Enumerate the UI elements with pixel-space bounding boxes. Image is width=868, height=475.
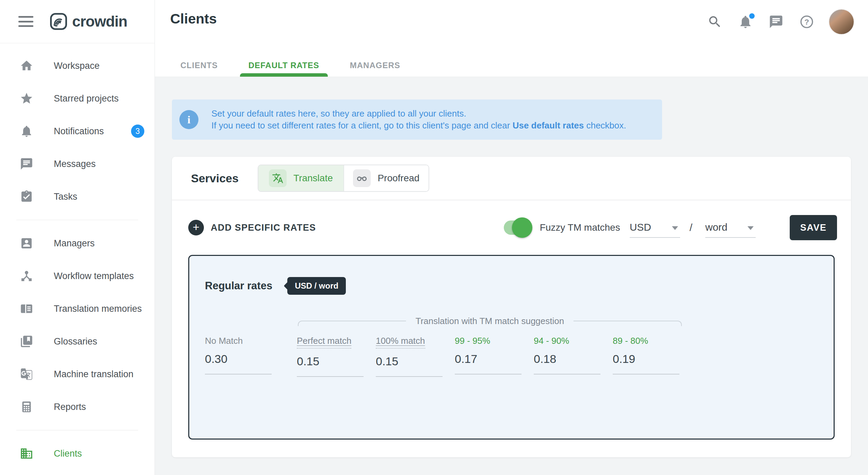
rate-label: Perfect match — [297, 336, 351, 349]
clients-icon — [20, 447, 33, 460]
rate-input-89-80[interactable] — [613, 352, 679, 374]
service-proofread-button[interactable]: Proofread — [343, 165, 429, 191]
service-label: Translate — [293, 173, 333, 184]
tasks-icon — [20, 190, 33, 203]
chevron-down-icon — [672, 226, 678, 230]
managers-icon — [20, 236, 33, 250]
search-icon[interactable] — [707, 14, 723, 30]
sidebar-item-label: Translation memories — [54, 304, 142, 314]
sidebar-item-tasks[interactable]: Tasks — [0, 180, 155, 213]
sidebar-item-label: Managers — [54, 238, 95, 249]
sidebar-item-managers[interactable]: Managers — [0, 227, 155, 260]
sidebar-item-label: Notifications — [54, 126, 104, 137]
rate-label: 89 - 80% — [613, 336, 648, 346]
tab-managers[interactable]: MANAGERS — [341, 54, 409, 77]
rates-toolbar: + ADD SPECIFIC RATES Fuzzy TM matches US… — [172, 200, 851, 255]
regular-rates-header: Regular rates USD / word — [205, 277, 834, 295]
unit-select[interactable]: word — [705, 217, 756, 238]
machine-translation-icon — [20, 367, 33, 381]
info-line-1: Set your default rates here, so they are… — [211, 108, 626, 120]
rate-column-100-match: 100% match — [376, 336, 455, 377]
regular-rates-panel: Regular rates USD / word Translation wit… — [188, 255, 835, 440]
regular-rates-title: Regular rates — [205, 280, 272, 292]
rate-input-100-match[interactable] — [376, 354, 443, 377]
rate-input-perfect-match[interactable] — [297, 354, 364, 377]
sidebar-item-label: Tasks — [54, 191, 77, 202]
proofread-glasses-icon — [353, 169, 371, 187]
sidebar-item-starred-projects[interactable]: Starred projects — [0, 82, 155, 115]
unit-value: word — [705, 221, 727, 233]
bell-icon — [20, 124, 33, 138]
notifications-bell-icon[interactable] — [737, 14, 754, 30]
currency-select[interactable]: USD — [630, 217, 680, 238]
fuzzy-tm-label: Fuzzy TM matches — [540, 222, 620, 233]
sidebar: crowdin Workspace Starred projects Notif… — [0, 0, 155, 475]
user-avatar[interactable] — [829, 9, 854, 35]
rate-input-99-95[interactable] — [455, 352, 521, 374]
add-specific-rates-label: ADD SPECIFIC RATES — [211, 223, 316, 233]
hamburger-menu-icon[interactable] — [18, 16, 33, 27]
rate-input-no-match[interactable] — [205, 352, 272, 374]
info-banner: i Set your default rates here, so they a… — [172, 99, 662, 140]
crowdin-logo[interactable]: crowdin — [49, 12, 127, 31]
info-line-2: If you need to set different rates for a… — [211, 120, 626, 132]
currency-value: USD — [630, 221, 651, 233]
topbar: Clients CLIENTS DEFAULT RATES MANAGERS ? — [155, 0, 868, 77]
sidebar-item-machine-translation[interactable]: Machine translation — [0, 358, 155, 390]
help-icon[interactable]: ? — [799, 14, 815, 30]
rate-column-99-95: 99 - 95% — [455, 336, 534, 377]
rate-column-89-80: 89 - 80% — [613, 336, 692, 377]
fuzzy-tm-toggle[interactable] — [504, 220, 531, 235]
service-translate-button[interactable]: Translate — [258, 165, 343, 191]
sidebar-item-clients[interactable]: Clients — [0, 437, 155, 470]
unread-notifications-dot — [748, 12, 756, 20]
default-rates-card: Services Translate Proofread — [172, 157, 851, 457]
rate-column-perfect-match: Perfect match — [297, 336, 376, 377]
rate-label: 94 - 90% — [534, 336, 569, 346]
rate-column-no-match: No Match — [205, 336, 297, 377]
info-icon: i — [179, 110, 198, 129]
sidebar-item-translation-memories[interactable]: Translation memories — [0, 292, 155, 325]
rate-label: 99 - 95% — [455, 336, 490, 346]
translation-memory-icon — [20, 302, 33, 316]
sidebar-item-workspace[interactable]: Workspace — [0, 49, 155, 82]
sidebar-item-label: Machine translation — [54, 369, 133, 380]
message-icon — [20, 157, 33, 171]
sidebar-item-reports[interactable]: Reports — [0, 390, 155, 423]
sidebar-item-notifications[interactable]: Notifications 3 — [0, 115, 155, 148]
rate-column-94-90: 94 - 90% — [534, 336, 613, 377]
translate-icon — [269, 169, 287, 187]
page-title: Clients — [170, 11, 217, 27]
save-button[interactable]: SAVE — [790, 215, 837, 240]
sidebar-item-label: Clients — [54, 448, 82, 459]
notifications-count-badge: 3 — [131, 125, 144, 138]
sidebar-item-messages[interactable]: Messages — [0, 148, 155, 180]
workflow-icon — [20, 269, 33, 283]
services-row: Services Translate Proofread — [172, 157, 851, 200]
chevron-down-icon — [748, 226, 754, 230]
tab-clients[interactable]: CLIENTS — [172, 54, 226, 77]
services-title: Services — [191, 172, 239, 185]
svg-text:?: ? — [804, 17, 809, 26]
service-label: Proofread — [377, 173, 419, 184]
crowdin-logo-text: crowdin — [72, 13, 127, 30]
crowdin-logo-icon — [49, 12, 68, 31]
messages-icon[interactable] — [768, 14, 784, 30]
tm-match-group-label: Translation with TM match suggestion — [406, 316, 574, 326]
topbar-icons: ? — [692, 9, 854, 35]
sidebar-item-workflow-templates[interactable]: Workflow templates — [0, 260, 155, 292]
rates-columns: No Match Perfect match 100% match 99 - 9… — [205, 336, 834, 377]
add-specific-rates-button[interactable]: + ADD SPECIFIC RATES — [188, 220, 316, 235]
tab-default-rates[interactable]: DEFAULT RATES — [240, 54, 328, 77]
rate-input-94-90[interactable] — [534, 352, 600, 374]
sidebar-item-label: Workflow templates — [54, 271, 134, 281]
sidebar-item-glossaries[interactable]: Glossaries — [0, 325, 155, 358]
info-line-2-bold: Use default rates — [513, 120, 584, 131]
sidebar-divider — [16, 430, 138, 430]
currency-unit-tag: USD / word — [287, 277, 346, 295]
sidebar-divider — [16, 220, 138, 220]
tabs: CLIENTS DEFAULT RATES MANAGERS — [172, 54, 409, 77]
plus-icon: + — [188, 220, 204, 235]
per-separator: / — [690, 222, 692, 233]
service-switcher: Translate Proofread — [258, 165, 429, 192]
